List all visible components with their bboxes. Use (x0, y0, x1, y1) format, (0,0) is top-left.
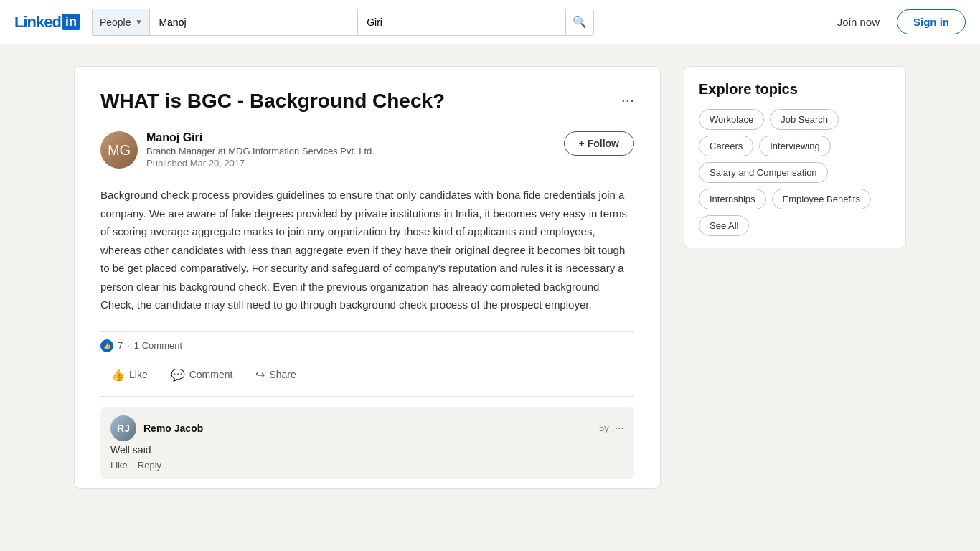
author-date: Published Mar 20, 2017 (146, 158, 374, 169)
topic-tag-workplace[interactable]: Workplace (699, 109, 764, 130)
search-second-input[interactable] (357, 9, 565, 36)
like-label: Like (129, 369, 148, 380)
logo-in-box: in (62, 14, 80, 30)
comment-like-button[interactable]: Like (110, 460, 128, 471)
article-section: ··· WHAT is BGC - Background Check? MG M… (74, 66, 661, 489)
comment-body: Well said (110, 444, 624, 456)
reactions-count: 7 (118, 340, 123, 351)
comment-avatar: RJ (110, 415, 136, 441)
like-icon: 👍 (110, 368, 125, 382)
comment-section: RJ Remo Jacob 5y ··· Well said Like Repl… (100, 396, 634, 479)
comments-count: 1 Comment (134, 340, 182, 351)
author-details: Manoj Giri Branch Manager at MDG Informa… (146, 131, 374, 169)
search-bar: People ▼ 🔍 (92, 9, 594, 36)
follow-button[interactable]: + Follow (564, 131, 634, 156)
author-info: MG Manoj Giri Branch Manager at MDG Info… (100, 131, 374, 169)
explore-topics-title: Explore topics (699, 81, 891, 98)
topic-tag-salary-and-compensation[interactable]: Salary and Compensation (699, 162, 828, 183)
author-name: Manoj Giri (146, 131, 374, 144)
comment-author-details: Remo Jacob (143, 423, 203, 434)
comment-header: RJ Remo Jacob 5y ··· (110, 415, 624, 441)
search-button[interactable]: 🔍 (565, 9, 594, 36)
comment-label: Comment (189, 369, 233, 380)
topic-tag-internships[interactable]: Internships (699, 189, 766, 209)
article-header-row: ··· WHAT is BGC - Background Check? (100, 88, 634, 114)
author-row: MG Manoj Giri Branch Manager at MDG Info… (100, 131, 634, 169)
sidebar: Explore topics WorkplaceJob SearchCareer… (684, 66, 906, 489)
comment-meta-row: 5y ··· (599, 422, 624, 435)
search-icon: 🔍 (573, 15, 587, 29)
reactions-row: 👍 7 · 1 Comment (100, 331, 634, 359)
comment-author-row: RJ Remo Jacob (110, 415, 203, 441)
actions-row: 👍 Like 💬 Comment ↪ Share (100, 359, 634, 396)
comment-time: 5y (599, 423, 609, 433)
comment-item: RJ Remo Jacob 5y ··· Well said Like Repl… (100, 407, 634, 479)
share-button[interactable]: ↪ Share (245, 362, 306, 387)
article-more-options-button[interactable]: ··· (621, 91, 634, 110)
topic-tag-job-search[interactable]: Job Search (770, 109, 839, 130)
header-actions: Join now Sign in (829, 9, 966, 34)
separator: · (127, 340, 130, 351)
logo-text: Linked (14, 13, 61, 32)
share-icon: ↪ (255, 368, 265, 382)
search-first-input[interactable] (149, 9, 357, 36)
search-filter-dropdown[interactable]: People ▼ (92, 9, 150, 36)
topic-tag-interviewing[interactable]: Interviewing (759, 136, 830, 156)
share-label: Share (269, 369, 296, 380)
main-container: ··· WHAT is BGC - Background Check? MG M… (60, 44, 920, 510)
comment-icon: 💬 (171, 368, 185, 382)
avatar: MG (100, 131, 138, 169)
linkedin-logo[interactable]: Linkedin (14, 13, 80, 32)
comment-more-options-button[interactable]: ··· (615, 422, 624, 435)
like-reaction-icon: 👍 (100, 339, 113, 352)
article-body: Background check process provides guidel… (100, 186, 634, 314)
topic-tag-see-all[interactable]: See All (699, 215, 749, 236)
sign-in-button[interactable]: Sign in (897, 9, 966, 34)
chevron-down-icon: ▼ (136, 18, 143, 26)
avatar-placeholder: MG (100, 131, 138, 169)
topic-tag-careers[interactable]: Careers (699, 136, 753, 156)
like-button[interactable]: 👍 Like (100, 362, 158, 387)
comment-author-name: Remo Jacob (143, 423, 203, 434)
comment-actions: Like Reply (110, 460, 624, 471)
topic-tags-container: WorkplaceJob SearchCareersInterviewingSa… (699, 109, 891, 236)
article-title: WHAT is BGC - Background Check? (100, 88, 634, 114)
comment-button[interactable]: 💬 Comment (161, 362, 243, 387)
author-role: Branch Manager at MDG Information Servic… (146, 146, 374, 156)
header: Linkedin People ▼ 🔍 Join now Sign in (0, 0, 980, 44)
join-now-button[interactable]: Join now (829, 11, 888, 32)
explore-topics-box: Explore topics WorkplaceJob SearchCareer… (684, 66, 906, 248)
topic-tag-employee-benefits[interactable]: Employee Benefits (772, 189, 871, 209)
comment-reply-button[interactable]: Reply (138, 460, 161, 471)
search-filter-label: People (100, 17, 131, 28)
